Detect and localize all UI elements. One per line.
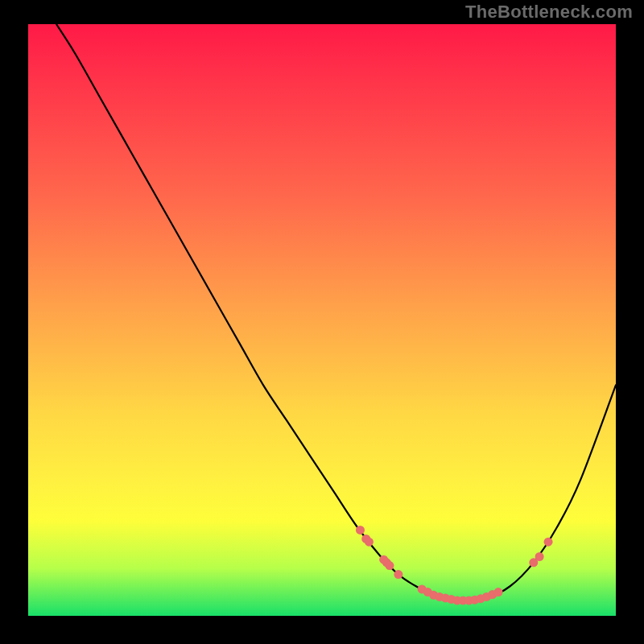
scatter-dot xyxy=(394,570,402,579)
bottleneck-curve-path xyxy=(56,24,616,601)
scatter-dot xyxy=(544,538,553,547)
chart-wrapper: TheBottleneck.com xyxy=(0,0,644,644)
scatter-dot xyxy=(356,526,365,535)
plot-area xyxy=(28,24,616,616)
curve-svg xyxy=(28,24,616,616)
attribution-text: TheBottleneck.com xyxy=(465,2,633,23)
scatter-dot xyxy=(535,552,544,561)
scatter-dots xyxy=(356,526,553,605)
scatter-dot xyxy=(365,538,374,547)
scatter-dot xyxy=(494,588,503,597)
scatter-dot xyxy=(385,561,394,570)
